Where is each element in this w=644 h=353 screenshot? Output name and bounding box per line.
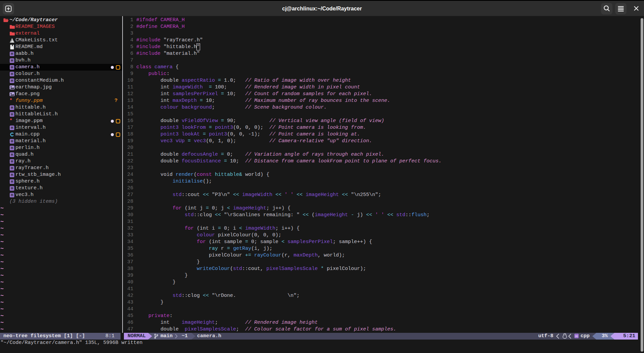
svg-text:H: H	[11, 180, 13, 184]
svg-text:H: H	[11, 58, 13, 63]
svg-text:H: H	[11, 106, 13, 110]
svg-text:H: H	[11, 79, 13, 83]
svg-text:H: H	[11, 139, 13, 143]
svg-text:H: H	[11, 166, 13, 170]
svg-text:H: H	[11, 173, 13, 177]
svg-text:H: H	[11, 146, 13, 150]
svg-text:H: H	[11, 159, 13, 163]
svg-text:H: H	[11, 186, 13, 190]
svg-text:H: H	[11, 65, 13, 69]
svg-text:H: H	[11, 193, 13, 197]
svg-text:H: H	[11, 112, 13, 116]
svg-text:H: H	[11, 126, 13, 130]
svg-text:H: H	[11, 72, 13, 76]
svg-text:H: H	[576, 334, 578, 338]
svg-text:H: H	[11, 52, 13, 56]
svg-text:H: H	[11, 153, 13, 157]
